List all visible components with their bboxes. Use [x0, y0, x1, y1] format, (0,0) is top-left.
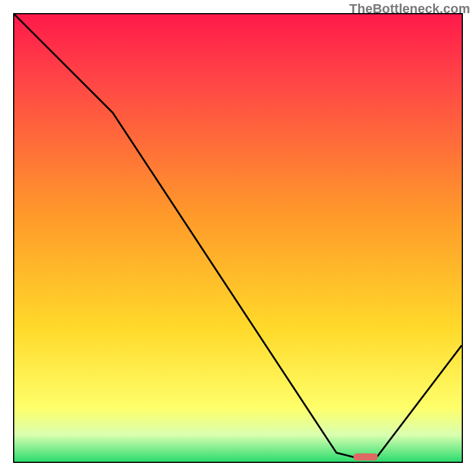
bottleneck-curve: [14, 14, 462, 462]
chart-frame: [13, 13, 463, 463]
optimal-marker: [353, 453, 378, 461]
watermark-text: TheBottleneck.com: [349, 1, 470, 17]
